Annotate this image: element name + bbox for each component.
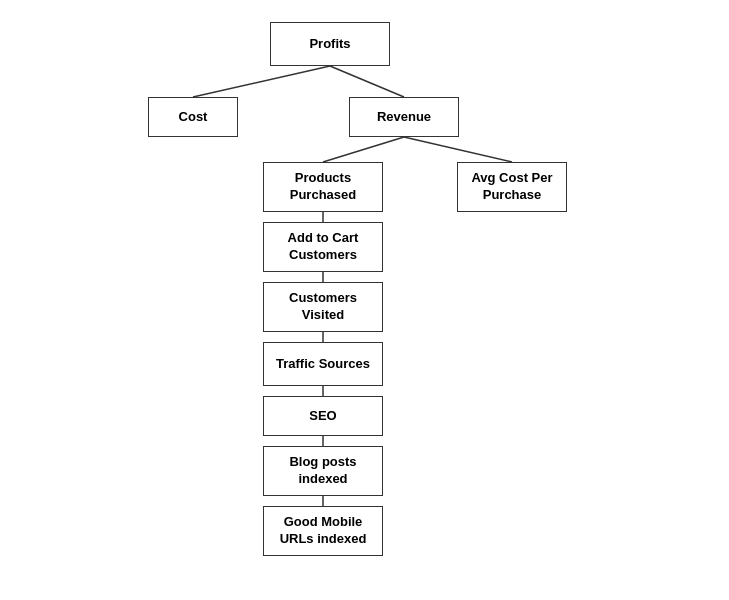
- svg-line-2: [323, 137, 404, 162]
- node-addtocart: Add to CartCustomers: [263, 222, 383, 272]
- node-seo: SEO: [263, 396, 383, 436]
- node-products: ProductsPurchased: [263, 162, 383, 212]
- node-visited: CustomersVisited: [263, 282, 383, 332]
- node-profits: Profits: [270, 22, 390, 66]
- diagram: ProfitsCostRevenueProductsPurchasedAvg C…: [0, 0, 729, 600]
- svg-line-1: [330, 66, 404, 97]
- node-blog: Blog postsindexed: [263, 446, 383, 496]
- node-cost: Cost: [148, 97, 238, 137]
- node-revenue: Revenue: [349, 97, 459, 137]
- node-traffic: Traffic Sources: [263, 342, 383, 386]
- node-avgcost: Avg Cost PerPurchase: [457, 162, 567, 212]
- node-mobile: Good MobileURLs indexed: [263, 506, 383, 556]
- svg-line-0: [193, 66, 330, 97]
- svg-line-3: [404, 137, 512, 162]
